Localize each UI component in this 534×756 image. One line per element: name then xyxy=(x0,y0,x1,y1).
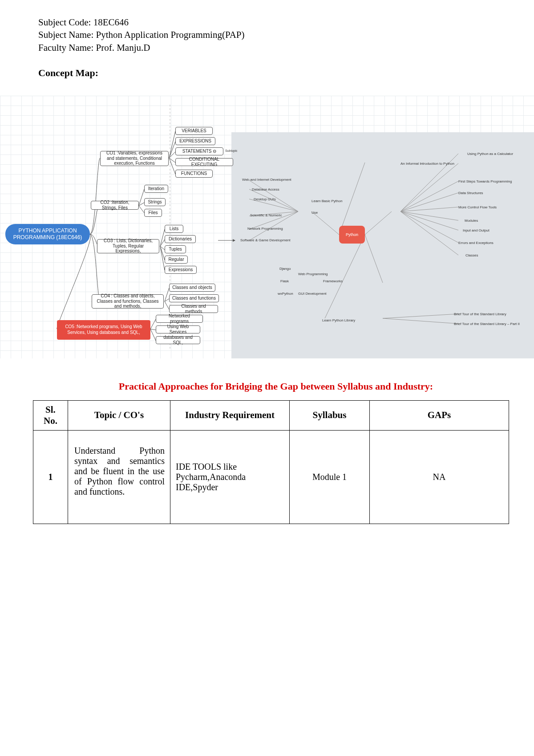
co1-item: FUNCTIONS xyxy=(175,170,213,178)
basic-item: Network Programming xyxy=(247,227,283,231)
co1-node: CO1 :Variables, expressions and statemen… xyxy=(100,151,169,166)
left-group-title: Learn Basic Python xyxy=(312,199,342,203)
co4-node: CO4 : Classes and objects, Classes and f… xyxy=(92,294,164,309)
gap-table: Sl. No. Topic / CO's Industry Requiremen… xyxy=(33,400,509,524)
co5-item: Using Web Services xyxy=(156,325,200,333)
cell-sl: 1 xyxy=(33,430,68,524)
cell-topic: Understand Python syntax and semantics a… xyxy=(68,430,170,524)
co5-node: CO5 :Networked programs, Using Web Servi… xyxy=(57,320,150,340)
fw-fw: Frameworks xyxy=(323,279,343,283)
fw-wx: wxPython xyxy=(278,292,293,296)
faculty-name: Prof. Manju.D xyxy=(96,42,150,53)
co5-item: Networked programs xyxy=(156,315,203,323)
cell-syllabus: Module 1 xyxy=(290,430,370,524)
fw-web: Web Programming xyxy=(298,272,328,276)
fw-flask: Flask xyxy=(280,279,289,283)
python-hub: Python xyxy=(339,226,365,244)
right-item: More Control Flow Tools xyxy=(458,205,497,209)
co2-item: Files xyxy=(144,209,162,217)
co4-item: Classes and objects xyxy=(169,284,215,292)
co1-item: STATEMENTS ⊖ xyxy=(175,147,223,155)
co3-item: Dictionaries xyxy=(165,235,196,243)
th-topic: Topic / CO's xyxy=(68,400,170,430)
section-heading: Practical Approaches for Bridging the Ga… xyxy=(33,381,519,392)
subject-name-line: Subject Name: Python Application Program… xyxy=(38,28,496,41)
co3-item: Tuples xyxy=(165,245,186,253)
right-item: Errors and Exceptions xyxy=(458,241,494,245)
right-item: An Informal Introduction to Python xyxy=(400,162,454,166)
co2-node: CO2 :Iteration, Strings, Files xyxy=(91,201,139,210)
co3-item: Expressions xyxy=(165,266,197,274)
co3-node: CO3 : Lists, Dictionaries, Tuples, Regul… xyxy=(97,239,159,253)
concept-map-heading: Concept Map: xyxy=(38,66,496,80)
root-node: PYTHON APPLICATION PROGRAMMING (18EC646) xyxy=(5,224,90,244)
th-gaps: GAPs xyxy=(370,400,509,430)
basic-item: Scientific & Numeric xyxy=(250,213,282,217)
page-header: Subject Code: 18EC646 Subject Name: Pyth… xyxy=(0,0,534,80)
cell-industry: IDE TOOLS like Pycharm,Anaconda IDE,Spyd… xyxy=(170,430,290,524)
statements-subtopic: Subtopic xyxy=(225,149,237,152)
th-syllabus: Syllabus xyxy=(290,400,370,430)
subject-name: Python Application Programming(PAP) xyxy=(96,29,244,40)
co2-item: Iteration xyxy=(144,185,168,193)
faculty-line: Faculty Name: Prof. Manju.D xyxy=(38,41,496,54)
co4-item: Classes and methods xyxy=(169,305,218,313)
use-label: Use xyxy=(312,211,318,215)
table-header-row: Sl. No. Topic / CO's Industry Requiremen… xyxy=(33,400,509,430)
subject-code-line: Subject Code: 18EC646 xyxy=(38,16,496,28)
concept-map-diagram: PYTHON APPLICATION PROGRAMMING (18EC646)… xyxy=(0,96,534,358)
lib-item: Brief Tour of the Standard Library – Par… xyxy=(454,322,520,326)
subject-name-label: Subject Name: xyxy=(38,29,96,40)
table-row: 1 Understand Python syntax and semantics… xyxy=(33,430,509,524)
right-item: Classes xyxy=(465,253,478,257)
right-item: Input and Output xyxy=(463,228,490,232)
right-item: First Steps Towards Programming xyxy=(458,179,512,183)
co1-item: CONDITIONAL EXECUTING xyxy=(175,158,233,166)
faculty-label: Faculty Name: xyxy=(38,42,96,53)
gap-section: Practical Approaches for Bridging the Ga… xyxy=(0,381,534,524)
basic-item: Database Access xyxy=(252,187,279,191)
cell-gaps: NA xyxy=(370,430,509,524)
co1-item: VERIABLES xyxy=(175,127,213,135)
right-item: Data Structures xyxy=(458,191,483,195)
co1-item: EXPRESSIONS xyxy=(175,137,215,145)
right-item: Using Python as a Calculator xyxy=(467,152,513,156)
co3-item: Regular xyxy=(165,256,188,264)
lib-item: Brief Tour of the Standard Library xyxy=(454,312,506,316)
fw-django: Django xyxy=(279,267,291,271)
co5-item: databases and SQL, xyxy=(156,336,200,344)
basic-item: Software & Game Development xyxy=(240,238,291,242)
basic-item: Desktop GUIs xyxy=(254,197,276,201)
right-item: Modules xyxy=(465,219,478,223)
co2-item: Strings xyxy=(144,198,166,206)
co4-item: Classes and functions xyxy=(169,294,219,302)
fw-gui: GUI Development xyxy=(298,292,327,296)
co3-item: Lists xyxy=(165,225,183,233)
th-sl: Sl. No. xyxy=(33,400,68,430)
th-industry: Industry Requirement xyxy=(170,400,290,430)
subject-code-label: Subject Code: xyxy=(38,17,93,28)
subject-code: 18EC646 xyxy=(93,17,129,28)
basic-item: Web and Internet Development xyxy=(242,178,291,182)
lib-label: Learn Python Library xyxy=(322,318,355,322)
